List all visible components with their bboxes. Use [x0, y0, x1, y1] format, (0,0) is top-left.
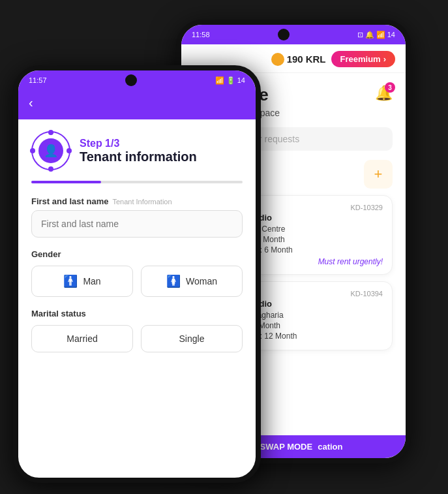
progress-fill: [31, 181, 101, 183]
gender-label: Gender: [31, 249, 243, 259]
front-main-content: 👤 Step 1/3 Tenant information First and …: [18, 119, 256, 352]
notification-badge: 3: [385, 82, 395, 93]
man-label: Man: [83, 276, 100, 286]
woman-icon: 🚺: [166, 274, 181, 288]
freemium-label: Freemium: [340, 54, 381, 64]
name-field-label: First and last name Tenant Information: [31, 196, 243, 206]
marital-label: Marital status: [31, 309, 243, 318]
step-avatar: 👤: [38, 138, 63, 163]
orbit-dot-left: [30, 148, 35, 153]
coin-icon: [271, 53, 284, 66]
front-time: 11:57: [29, 76, 47, 84]
front-phone: 11:57 📶 🔋 14 ‹ 👤 Step 1/3 Tenant informa…: [13, 65, 261, 483]
coin-amount: 190: [287, 54, 303, 65]
marital-row: Married Single: [31, 325, 243, 352]
progress-bar: [31, 181, 243, 183]
front-battery: 📶 🔋 14: [215, 76, 245, 85]
step-icon-wrap: 👤: [31, 131, 70, 170]
swap-more: cation: [318, 442, 342, 452]
step-header: 👤 Step 1/3 Tenant information: [31, 131, 243, 170]
married-button[interactable]: Married: [31, 325, 133, 352]
man-button[interactable]: 🚹 Man: [31, 266, 133, 297]
freemium-button[interactable]: Freemium ›: [331, 51, 395, 67]
single-button[interactable]: Single: [141, 325, 243, 352]
back-notch: [278, 29, 290, 40]
orbit-dot-top: [48, 130, 53, 135]
front-notch: [125, 74, 137, 86]
step-number: Step 1/3: [80, 138, 197, 149]
freemium-arrow: ›: [383, 54, 386, 64]
name-sublabel: Tenant Information: [112, 198, 172, 206]
coin-badge: 190 KRL: [271, 53, 326, 66]
back-time: 11:58: [192, 31, 210, 39]
woman-button[interactable]: 🚺 Woman: [141, 266, 243, 297]
back-battery: ⊡ 🔔 📶 14: [357, 31, 395, 39]
orbit-dot-bottom: [48, 166, 53, 172]
notification-bell[interactable]: 🔔 3: [375, 85, 393, 102]
orbit-dot-right: [67, 148, 72, 153]
single-label: Single: [179, 333, 205, 344]
front-status-bar: 11:57 📶 🔋 14: [18, 70, 256, 90]
name-input[interactable]: [31, 210, 243, 238]
back-status-bar: 11:58 ⊡ 🔔 📶 14: [181, 25, 406, 44]
woman-label: Woman: [186, 276, 217, 286]
back-arrow-icon[interactable]: ‹: [29, 95, 33, 110]
step-label: Tenant information: [80, 149, 197, 164]
coin-currency: KRL: [306, 54, 326, 65]
front-header-bar: ‹: [18, 90, 256, 119]
add-request-button[interactable]: +: [364, 160, 393, 189]
gender-row: 🚹 Man 🚺 Woman: [31, 266, 243, 297]
swap-label: SWAP MODE: [260, 442, 313, 452]
step-title-group: Step 1/3 Tenant information: [80, 138, 197, 164]
man-icon: 🚹: [63, 274, 78, 288]
married-label: Married: [67, 333, 97, 344]
